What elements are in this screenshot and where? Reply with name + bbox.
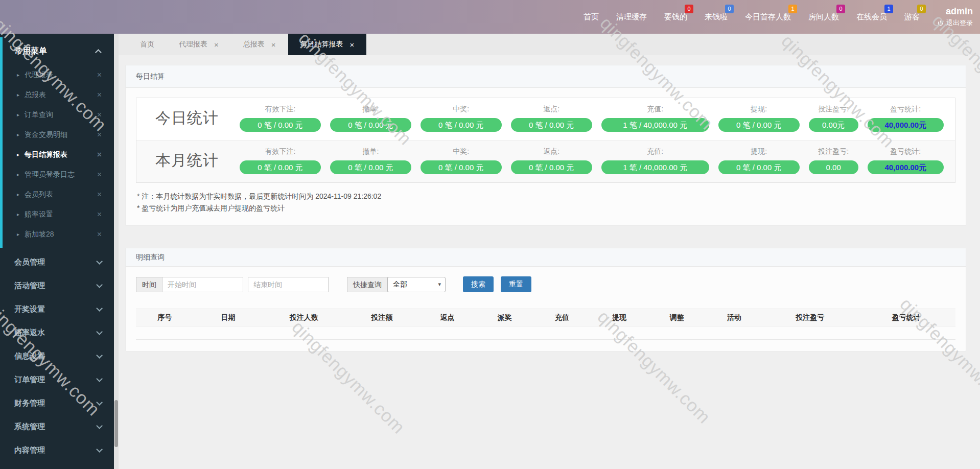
search-button[interactable]: 搜索 <box>463 276 494 292</box>
sidebar-group-lottery-settings[interactable]: 开奖设置 <box>0 297 114 321</box>
sidebar-item-member-list[interactable]: ▸会员列表× <box>0 184 114 204</box>
chevron-down-icon <box>96 376 103 382</box>
sidebar-item-daily-settlement-report[interactable]: ▸每日结算报表× <box>0 145 114 165</box>
close-icon[interactable]: × <box>97 111 102 119</box>
stat-pill-highlight: 40,000.00元 <box>868 160 944 174</box>
nav-clear-cache[interactable]: 清理缓存 <box>616 12 647 22</box>
chevron-down-icon <box>96 305 103 312</box>
today-stats-row: 今日统计 有效下注:0 笔 / 0.00 元 撤单:0 笔 / 0.00 元 中… <box>136 98 955 140</box>
sidebar-group-order-mgmt[interactable]: 订单管理 <box>0 368 114 391</box>
stat-withdraw: 提现:0 笔 / 0.00 元 <box>718 105 800 132</box>
stat-pill: 0.00元 <box>809 118 858 132</box>
chevron-down-icon <box>96 399 103 406</box>
close-icon[interactable]: × <box>97 171 102 179</box>
caret-right-icon: ▸ <box>17 152 19 157</box>
end-time-input[interactable] <box>248 277 329 292</box>
sidebar-groups: 会员管理 活动管理 开奖设置 赔率返水 信息设置 订单管理 财务管理 系统管理 … <box>0 250 114 469</box>
caret-right-icon: ▸ <box>17 92 19 98</box>
content-area: 每日结算 今日统计 有效下注:0 笔 / 0.00 元 撤单:0 笔 / 0.0… <box>119 55 980 351</box>
tab-home[interactable]: 首页 <box>128 34 167 55</box>
tabbar: 首页 代理报表× 总报表× 每日结算报表× <box>119 34 980 55</box>
close-icon[interactable]: × <box>97 210 102 219</box>
stat-winning: 中奖:0 笔 / 0.00 元 <box>421 147 502 174</box>
close-icon[interactable]: × <box>97 230 102 239</box>
detail-table: 序号 日期 投注人数 投注额 返点 派奖 充值 提现 调整 活动 投注盈亏 <box>136 309 955 340</box>
nav-room-count[interactable]: 0 房间人数 <box>808 12 839 22</box>
username: admin <box>946 6 973 17</box>
nav-home[interactable]: 首页 <box>584 12 599 22</box>
month-stats-row: 本月统计 有效下注:0 笔 / 0.00 元 撤单:0 笔 / 0.00 元 中… <box>136 140 955 182</box>
time-label: 时间 <box>136 277 162 292</box>
sidebar-group-report-query[interactable]: 报表查询 <box>0 462 114 469</box>
close-icon[interactable]: × <box>97 71 102 79</box>
status-badge: 0 <box>685 5 693 13</box>
stat-pill: 1 笔 / 40,000.00 元 <box>601 160 709 174</box>
stat-pill: 0 笔 / 0.00 元 <box>330 160 411 174</box>
sidebar-item-fund-transactions[interactable]: ▸资金交易明细× <box>0 125 114 145</box>
logout-button[interactable]: 退出登录 <box>937 18 973 28</box>
panel-notes: * 注：本月统计数据为非实时数据，最后更新统计时间为 2024-11-09 21… <box>137 191 955 214</box>
close-icon[interactable]: × <box>350 41 355 49</box>
sidebar-item-singapore28[interactable]: ▸新加坡28× <box>0 224 114 244</box>
stat-winning: 中奖:0 笔 / 0.00 元 <box>421 105 502 132</box>
sidebar-group-activity-mgmt[interactable]: 活动管理 <box>0 274 114 297</box>
stat-pill-highlight: 40,000.00元 <box>868 118 944 132</box>
sidebar-group-info-settings[interactable]: 信息设置 <box>0 344 114 368</box>
header-nav: 首页 清理缓存 0 要钱的 0 来钱啦 1 今日首存人数 0 房间人数 1 在线… <box>584 12 920 22</box>
caret-right-icon: ▸ <box>17 72 19 78</box>
sidebar-scrollbar[interactable] <box>114 34 119 469</box>
sidebar-item-total-report[interactable]: ▸总报表× <box>0 85 114 105</box>
caret-right-icon: ▸ <box>17 112 19 118</box>
caret-right-icon: ▸ <box>17 231 19 237</box>
sidebar-item-order-query[interactable]: ▸订单查询× <box>0 105 114 125</box>
nav-first-deposit-today[interactable]: 1 今日首存人数 <box>745 12 791 22</box>
tab-daily-settlement-report[interactable]: 每日结算报表× <box>288 34 367 55</box>
stat-pill: 0 笔 / 0.00 元 <box>330 118 411 132</box>
close-icon[interactable]: × <box>97 131 102 139</box>
close-icon[interactable]: × <box>97 191 102 199</box>
status-badge: 0 <box>917 5 926 13</box>
scrollbar-thumb[interactable] <box>114 400 118 447</box>
sidebar-group-content-mgmt[interactable]: 内容管理 <box>0 438 114 462</box>
quick-query-select[interactable]: 全部 ▾ <box>387 277 446 292</box>
close-icon[interactable]: × <box>214 41 219 49</box>
time-range-group: 时间 <box>136 277 243 292</box>
stat-deposit: 充值:1 笔 / 40,000.00 元 <box>601 105 709 132</box>
tab-total-report[interactable]: 总报表× <box>231 34 288 55</box>
start-time-input[interactable] <box>162 277 243 292</box>
table-header-row: 序号 日期 投注人数 投注额 返点 派奖 充值 提现 调整 活动 投注盈亏 <box>136 309 955 326</box>
tab-agent-report[interactable]: 代理报表× <box>167 34 231 55</box>
stat-valid-bets: 有效下注:0 笔 / 0.00 元 <box>240 147 321 174</box>
sidebar-item-odds-settings[interactable]: ▸赔率设置× <box>0 204 114 224</box>
top-header: 首页 清理缓存 0 要钱的 0 来钱啦 1 今日首存人数 0 房间人数 1 在线… <box>0 0 980 34</box>
sidebar: 常用菜单 ▸代理报表× ▸总报表× ▸订单查询× ▸资金交易明细× ▸每日结算报… <box>0 34 114 469</box>
sidebar-item-list: ▸代理报表× ▸总报表× ▸订单查询× ▸资金交易明细× ▸每日结算报表× ▸管… <box>0 65 114 244</box>
sidebar-item-agent-report[interactable]: ▸代理报表× <box>0 65 114 85</box>
power-icon <box>937 20 944 27</box>
reset-button[interactable]: 重置 <box>501 276 531 292</box>
stat-pill: 1 笔 / 40,000.00 元 <box>601 118 709 132</box>
nav-deposit-arrived[interactable]: 0 来钱啦 <box>705 12 728 22</box>
sidebar-item-admin-login-log[interactable]: ▸管理员登录日志× <box>0 165 114 184</box>
nav-withdraw-requests[interactable]: 0 要钱的 <box>664 12 687 22</box>
sidebar-group-member-mgmt[interactable]: 会员管理 <box>0 250 114 274</box>
sidebar-group-finance-mgmt[interactable]: 财务管理 <box>0 391 114 415</box>
daily-settlement-panel: 每日结算 今日统计 有效下注:0 笔 / 0.00 元 撤单:0 笔 / 0.0… <box>125 65 966 226</box>
row-title: 本月统计 <box>144 150 230 171</box>
chevron-up-icon <box>95 49 102 56</box>
nav-online-members[interactable]: 1 在线会员 <box>856 12 887 22</box>
close-icon[interactable]: × <box>97 91 102 99</box>
sidebar-group-odds-rebate[interactable]: 赔率返水 <box>0 321 114 344</box>
close-icon[interactable]: × <box>271 41 276 49</box>
sidebar-section-common-menu[interactable]: 常用菜单 <box>0 34 114 65</box>
status-badge: 0 <box>725 5 734 13</box>
note-line: * 注：本月统计数据为非实时数据，最后更新统计时间为 2024-11-09 21… <box>137 191 955 202</box>
stat-total-pnl: 盈亏统计:40,000.00元 <box>868 105 944 132</box>
row-title: 今日统计 <box>144 108 230 129</box>
stat-cancelled: 撤单:0 笔 / 0.00 元 <box>330 105 411 132</box>
caret-right-icon: ▸ <box>17 192 19 197</box>
close-icon[interactable]: × <box>97 151 102 159</box>
stat-pill: 0 笔 / 0.00 元 <box>240 118 321 132</box>
sidebar-group-system-mgmt[interactable]: 系统管理 <box>0 415 114 438</box>
nav-guests[interactable]: 0 游客 <box>904 12 920 22</box>
